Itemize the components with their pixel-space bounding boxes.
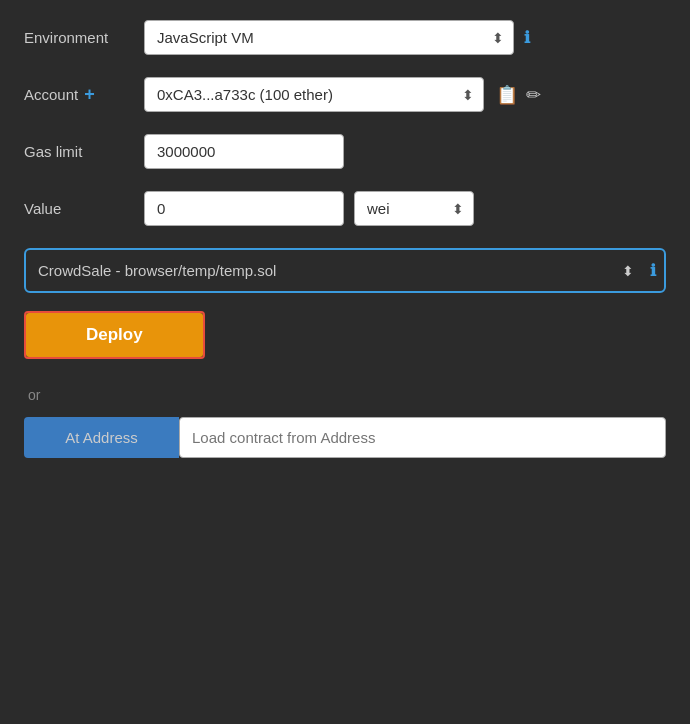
- or-text: or: [28, 387, 666, 403]
- account-icons: 📋 ✏: [494, 82, 543, 108]
- environment-select[interactable]: JavaScript VM Injected Web3 Web3 Provide…: [144, 20, 514, 55]
- environment-row: Environment JavaScript VM Injected Web3 …: [24, 20, 666, 55]
- wei-select[interactable]: wei gwei finney ether: [354, 191, 474, 226]
- contract-select-wrapper: CrowdSale - browser/temp/temp.sol ⬍: [34, 254, 640, 287]
- gas-limit-label: Gas limit: [24, 143, 134, 160]
- deploy-button[interactable]: Deploy: [26, 313, 203, 357]
- account-clipboard-button[interactable]: 📋: [494, 82, 520, 108]
- value-row: Value wei gwei finney ether ⬍: [24, 191, 666, 226]
- environment-select-wrapper: JavaScript VM Injected Web3 Web3 Provide…: [144, 20, 514, 55]
- gas-limit-row: Gas limit: [24, 134, 666, 169]
- deploy-section: Deploy: [24, 311, 666, 373]
- account-row: Account + 0xCA3...a733c (100 ether) ⬍ 📋 …: [24, 77, 666, 112]
- deploy-button-wrapper: Deploy: [24, 311, 205, 359]
- contract-row: CrowdSale - browser/temp/temp.sol ⬍ ℹ: [24, 248, 666, 293]
- account-select-wrapper: 0xCA3...a733c (100 ether) ⬍: [144, 77, 484, 112]
- at-address-row: At Address: [24, 417, 666, 458]
- contract-select[interactable]: CrowdSale - browser/temp/temp.sol: [34, 254, 640, 287]
- value-input[interactable]: [144, 191, 344, 226]
- account-edit-button[interactable]: ✏: [524, 82, 543, 108]
- environment-info-icon[interactable]: ℹ: [524, 28, 530, 47]
- value-label: Value: [24, 200, 134, 217]
- environment-label: Environment: [24, 29, 134, 46]
- account-label: Account +: [24, 84, 134, 105]
- gas-limit-input[interactable]: [144, 134, 344, 169]
- at-address-input[interactable]: [179, 417, 666, 458]
- account-select[interactable]: 0xCA3...a733c (100 ether): [144, 77, 484, 112]
- at-address-button[interactable]: At Address: [24, 417, 179, 458]
- wei-select-wrapper: wei gwei finney ether ⬍: [354, 191, 474, 226]
- contract-info-icon[interactable]: ℹ: [650, 261, 656, 280]
- account-add-icon[interactable]: +: [84, 84, 95, 105]
